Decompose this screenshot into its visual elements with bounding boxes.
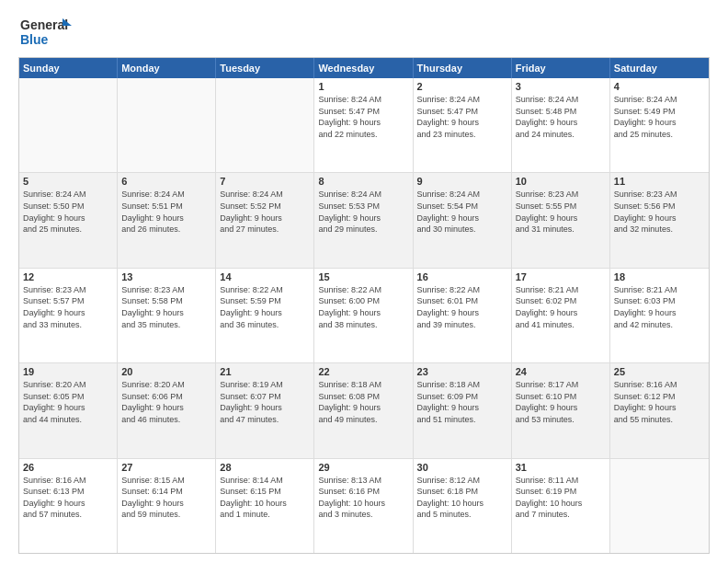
cell-text-line: and 33 minutes.: [23, 319, 113, 331]
cell-text-line: Sunset: 5:48 PM: [516, 106, 606, 118]
cell-text-line: Sunset: 5:47 PM: [318, 106, 408, 118]
cell-text-line: Sunrise: 8:21 AM: [614, 284, 705, 296]
cell-text-line: Daylight: 9 hours: [318, 402, 408, 414]
cell-text-line: Daylight: 9 hours: [516, 307, 606, 319]
cell-text-line: Sunrise: 8:21 AM: [516, 284, 606, 296]
cell-text-line: Sunset: 6:13 PM: [23, 486, 113, 498]
cal-cell-4-r0c6: 4Sunrise: 8:24 AMSunset: 5:49 PMDaylight…: [610, 78, 709, 172]
calendar-page: General Blue SundayMondayTuesdayWednesda…: [0, 0, 728, 563]
cell-text-line: and 32 minutes.: [614, 224, 705, 236]
cell-text-line: Sunset: 6:10 PM: [516, 391, 606, 403]
cal-cell-11-r1c6: 11Sunrise: 8:23 AMSunset: 5:56 PMDayligh…: [610, 173, 709, 267]
cell-text-line: Sunrise: 8:11 AM: [516, 475, 606, 487]
cell-text-line: Daylight: 9 hours: [318, 213, 408, 224]
cal-cell-27-r4c1: 27Sunrise: 8:15 AMSunset: 6:14 PMDayligh…: [118, 459, 216, 553]
cell-text-line: Sunset: 5:56 PM: [614, 201, 705, 213]
cal-cell-19-r3c0: 19Sunrise: 8:20 AMSunset: 6:05 PMDayligh…: [19, 363, 118, 457]
cell-text-line: Daylight: 9 hours: [23, 402, 113, 414]
cell-text-line: Sunset: 6:02 PM: [516, 295, 606, 307]
calendar-row-3: 12Sunrise: 8:23 AMSunset: 5:57 PMDayligh…: [19, 269, 709, 363]
cell-text-line: Sunrise: 8:22 AM: [318, 284, 408, 296]
cell-text-line: Sunset: 6:18 PM: [417, 486, 507, 498]
cell-text-line: Daylight: 9 hours: [121, 307, 211, 319]
cell-text-line: Sunrise: 8:23 AM: [516, 189, 606, 201]
cal-cell-8-r1c3: 8Sunrise: 8:24 AMSunset: 5:53 PMDaylight…: [314, 173, 413, 267]
cell-text-line: Sunrise: 8:23 AM: [121, 284, 211, 296]
day-number-25: 25: [614, 366, 705, 377]
cell-text-line: Sunset: 5:53 PM: [318, 201, 408, 213]
cell-text-line: Sunset: 5:59 PM: [220, 295, 310, 307]
calendar-row-2: 5Sunrise: 8:24 AMSunset: 5:50 PMDaylight…: [19, 173, 709, 268]
day-number-30: 30: [417, 462, 507, 473]
cell-text-line: and 41 minutes.: [516, 319, 606, 331]
cell-text-line: Sunrise: 8:16 AM: [614, 379, 705, 391]
cell-text-line: Sunrise: 8:24 AM: [614, 94, 705, 106]
cal-cell-empty-r0c2: [216, 78, 314, 172]
cell-text-line: Daylight: 9 hours: [516, 402, 606, 414]
cell-text-line: Sunset: 6:09 PM: [417, 391, 507, 403]
day-number-6: 6: [121, 176, 211, 187]
logo-svg: General Blue: [18, 15, 74, 50]
cell-text-line: and 57 minutes.: [23, 509, 113, 521]
day-number-3: 3: [516, 81, 606, 92]
cell-text-line: Daylight: 9 hours: [220, 307, 310, 319]
day-number-23: 23: [417, 366, 507, 377]
day-number-2: 2: [417, 81, 507, 92]
cell-text-line: and 27 minutes.: [220, 224, 310, 236]
day-number-12: 12: [23, 271, 113, 282]
cell-text-line: Sunrise: 8:18 AM: [417, 379, 507, 391]
cell-text-line: Sunrise: 8:24 AM: [516, 94, 606, 106]
cell-text-line: and 49 minutes.: [318, 414, 408, 426]
calendar-body: 1Sunrise: 8:24 AMSunset: 5:47 PMDaylight…: [19, 78, 709, 553]
cell-text-line: Sunset: 6:07 PM: [220, 391, 310, 403]
cell-text-line: Sunrise: 8:20 AM: [121, 379, 211, 391]
cell-text-line: Daylight: 9 hours: [417, 402, 507, 414]
cell-text-line: Daylight: 9 hours: [23, 498, 113, 510]
cal-cell-empty-r4c6: [610, 459, 709, 553]
cell-text-line: Sunrise: 8:23 AM: [614, 189, 705, 201]
cell-text-line: Sunset: 6:14 PM: [121, 486, 211, 498]
header-cell-wednesday: Wednesday: [314, 58, 413, 78]
page-header: General Blue: [18, 15, 710, 50]
cell-text-line: and 3 minutes.: [318, 509, 408, 521]
calendar-grid: SundayMondayTuesdayWednesdayThursdayFrid…: [18, 57, 710, 554]
cell-text-line: Sunset: 6:08 PM: [318, 391, 408, 403]
cal-cell-12-r2c0: 12Sunrise: 8:23 AMSunset: 5:57 PMDayligh…: [19, 269, 118, 362]
day-number-1: 1: [318, 81, 408, 92]
day-number-18: 18: [614, 271, 705, 282]
cell-text-line: Sunset: 6:16 PM: [318, 486, 408, 498]
cell-text-line: Sunset: 6:00 PM: [318, 295, 408, 307]
cell-text-line: and 55 minutes.: [614, 414, 705, 426]
cell-text-line: Daylight: 9 hours: [318, 117, 408, 129]
cell-text-line: and 44 minutes.: [23, 414, 113, 426]
day-number-26: 26: [23, 462, 113, 473]
cell-text-line: Sunrise: 8:15 AM: [121, 475, 211, 487]
cell-text-line: and 30 minutes.: [417, 224, 507, 236]
cell-text-line: and 47 minutes.: [220, 414, 310, 426]
day-number-14: 14: [220, 271, 310, 282]
cell-text-line: and 1 minute.: [220, 509, 310, 521]
cell-text-line: and 24 minutes.: [516, 129, 606, 141]
cell-text-line: and 31 minutes.: [516, 224, 606, 236]
cell-text-line: Sunset: 5:47 PM: [417, 106, 507, 118]
cal-cell-20-r3c1: 20Sunrise: 8:20 AMSunset: 6:06 PMDayligh…: [118, 363, 216, 457]
cal-cell-25-r3c6: 25Sunrise: 8:16 AMSunset: 6:12 PMDayligh…: [610, 363, 709, 457]
cell-text-line: Sunset: 6:15 PM: [220, 486, 310, 498]
day-number-21: 21: [220, 366, 310, 377]
day-number-4: 4: [614, 81, 705, 92]
logo: General Blue: [18, 15, 74, 50]
cell-text-line: Sunset: 5:50 PM: [23, 201, 113, 213]
cell-text-line: and 5 minutes.: [417, 509, 507, 521]
cell-text-line: and 25 minutes.: [614, 129, 705, 141]
cell-text-line: Sunrise: 8:24 AM: [318, 189, 408, 201]
cell-text-line: and 36 minutes.: [220, 319, 310, 331]
day-number-10: 10: [516, 176, 606, 187]
cell-text-line: and 35 minutes.: [121, 319, 211, 331]
cal-cell-14-r2c2: 14Sunrise: 8:22 AMSunset: 5:59 PMDayligh…: [216, 269, 314, 362]
cal-cell-26-r4c0: 26Sunrise: 8:16 AMSunset: 6:13 PMDayligh…: [19, 459, 118, 553]
day-number-24: 24: [516, 366, 606, 377]
cell-text-line: Sunrise: 8:24 AM: [417, 94, 507, 106]
cal-cell-2-r0c4: 2Sunrise: 8:24 AMSunset: 5:47 PMDaylight…: [414, 78, 512, 172]
cal-cell-9-r1c4: 9Sunrise: 8:24 AMSunset: 5:54 PMDaylight…: [414, 173, 512, 267]
cal-cell-empty-r0c1: [118, 78, 216, 172]
